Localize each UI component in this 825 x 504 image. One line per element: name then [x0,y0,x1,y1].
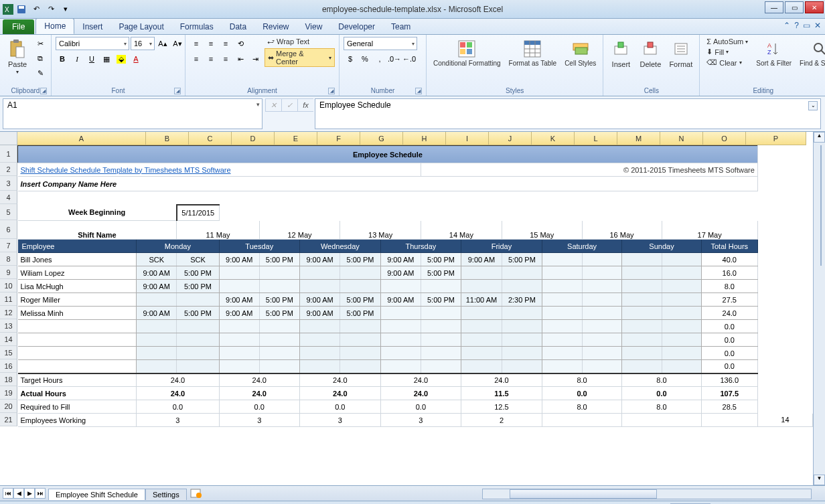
align-top-icon[interactable]: ≡ [190,37,203,50]
formula-input[interactable]: Employee Schedule ⌄ [315,98,821,129]
cell[interactable]: 17 May [662,221,757,240]
cell[interactable] [502,360,542,373]
column-header[interactable]: B [146,132,189,145]
row-header[interactable]: 21 [0,413,17,426]
cell[interactable] [137,347,177,360]
tab-data[interactable]: Data [222,19,254,34]
cell[interactable]: 9:00 AM [219,293,259,307]
cell[interactable]: 107.5 [701,387,757,400]
row-header[interactable]: 2 [0,163,17,176]
cell[interactable] [542,360,582,373]
italic-button[interactable]: I [70,52,84,66]
cell[interactable]: 8.0 [701,280,757,293]
align-bottom-icon[interactable]: ≡ [219,37,232,50]
maximize-button[interactable]: ▭ [785,1,804,13]
column-header[interactable]: J [489,132,532,145]
cell[interactable]: Bill Jones [18,253,137,266]
cell[interactable]: 40.0 [701,253,757,266]
insert-function-button[interactable]: fx [297,98,313,112]
cell[interactable] [622,266,662,280]
cell[interactable] [177,360,219,373]
cell[interactable] [340,266,380,280]
cell[interactable] [662,360,701,373]
cell[interactable] [421,333,461,347]
cell[interactable] [622,280,662,293]
cell[interactable] [622,253,662,266]
cell[interactable]: 24.0 [461,373,542,387]
fill-button[interactable]: ⬇Fill▾ [704,47,751,57]
cell[interactable]: 28.5 [701,400,757,414]
cell[interactable] [662,333,701,347]
cell[interactable] [259,360,299,373]
cell[interactable] [542,307,582,320]
cell[interactable] [340,360,380,373]
minimize-button[interactable]: — [765,1,783,13]
cell[interactable]: 24.0 [701,307,757,320]
redo-icon[interactable]: ↷ [44,3,58,16]
cell[interactable]: Saturday [542,240,621,253]
cell[interactable] [340,280,380,293]
cell[interactable] [219,333,259,347]
row-header[interactable]: 20 [0,400,17,413]
cell[interactable]: Employees Working [18,414,137,427]
cell[interactable]: 2 [461,414,542,427]
cell[interactable]: 24.0 [219,373,299,387]
copy-icon[interactable]: ⧉ [33,52,47,65]
tab-review[interactable]: Review [254,19,297,34]
cell[interactable]: 16 May [582,221,662,240]
last-sheet-icon[interactable]: ⏭ [35,488,46,499]
cell[interactable]: Melissa Minh [18,307,137,320]
cell[interactable] [701,414,757,427]
cell[interactable] [137,320,177,333]
qat-customize-icon[interactable]: ▾ [59,3,72,16]
cell[interactable]: 0.0 [542,387,621,400]
cell[interactable] [380,360,421,373]
cell[interactable] [502,333,542,347]
tab-page-layout[interactable]: Page Layout [110,19,171,34]
cell[interactable]: 5:00 PM [177,280,219,293]
cell[interactable]: 0.0 [299,400,380,414]
next-sheet-icon[interactable]: ▶ [24,488,35,499]
font-name-combo[interactable]: Calibri [56,37,129,50]
cell[interactable]: 9:00 AM [219,253,259,266]
cell[interactable] [542,280,582,293]
cell[interactable] [18,320,137,333]
cell[interactable] [340,333,380,347]
cell[interactable] [340,320,380,333]
cell[interactable] [622,414,702,427]
row-header[interactable]: 10 [0,279,17,292]
cell[interactable] [662,253,701,266]
cell[interactable] [582,333,622,347]
cell[interactable] [461,280,502,293]
cell[interactable] [662,280,701,293]
tab-insert[interactable]: Insert [74,19,110,34]
column-header[interactable]: C [189,132,232,145]
percent-icon[interactable]: % [358,52,372,66]
cell[interactable]: Actual Hours [18,387,137,400]
cell[interactable]: Week Beginning [18,205,177,221]
cell[interactable] [421,347,461,360]
cell[interactable] [582,320,622,333]
format-cells-button[interactable]: Format [666,37,695,70]
cell[interactable] [502,307,542,320]
cell[interactable]: 24.0 [219,387,299,400]
cell[interactable]: 16.0 [701,266,757,280]
cell[interactable] [542,266,582,280]
cell[interactable]: Sunday [622,240,702,253]
cell[interactable]: 3 [137,414,220,427]
cell[interactable] [299,347,340,360]
cell[interactable] [582,347,622,360]
cell[interactable] [582,293,622,307]
cell[interactable] [18,191,758,205]
undo-icon[interactable]: ↶ [29,3,43,16]
cell[interactable] [137,360,177,373]
cell[interactable]: 9:00 AM [137,307,177,320]
tab-home[interactable]: Home [35,18,74,34]
cell[interactable] [502,320,542,333]
cell[interactable] [259,320,299,333]
cell[interactable] [340,347,380,360]
cell[interactable] [380,280,421,293]
row-header[interactable]: 14 [0,333,17,346]
cell[interactable] [299,360,340,373]
cell[interactable] [461,320,502,333]
